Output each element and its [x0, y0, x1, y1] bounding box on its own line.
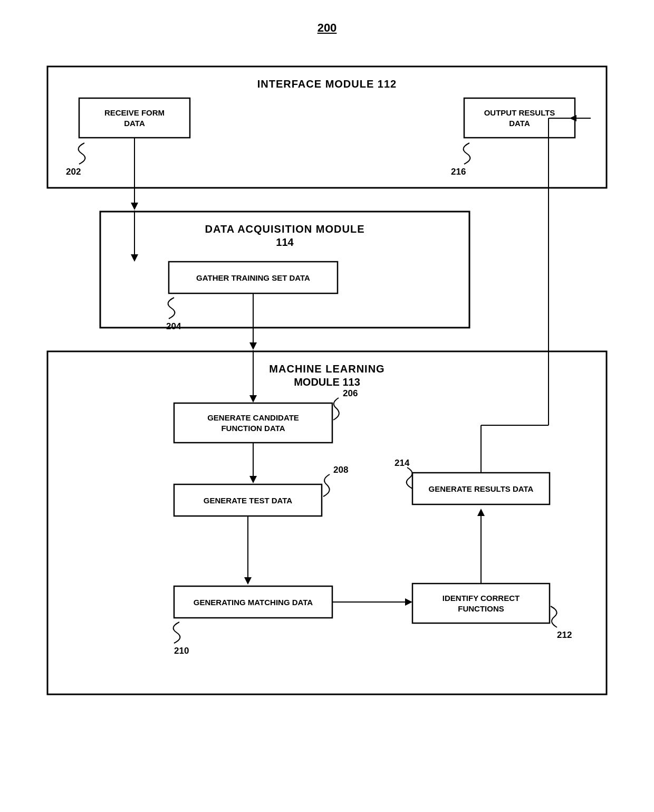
ref-212: 212 — [557, 630, 572, 640]
data-acquisition-title: DATA ACQUISITION MODULE — [205, 223, 365, 235]
receive-form-data-label: RECEIVE FORM — [104, 108, 165, 117]
svg-marker-12 — [249, 342, 257, 350]
ml-module-title2: MODULE 113 — [294, 376, 360, 388]
ml-module-title: MACHINE LEARNING — [269, 363, 384, 375]
output-results-label: OUTPUT RESULTS — [484, 108, 555, 117]
generate-candidate-label2: FUNCTION DATA — [221, 424, 285, 433]
ref-216: 216 — [451, 167, 466, 177]
diagram-svg: INTERFACE MODULE 112 RECEIVE FORM DATA O… — [32, 56, 622, 784]
generating-matching-label: GENERATING MATCHING DATA — [194, 598, 313, 607]
identify-correct-label2: FUNCTIONS — [458, 604, 504, 613]
generate-results-label: GENERATE RESULTS DATA — [429, 484, 534, 493]
gather-training-label: GATHER TRAINING SET DATA — [196, 273, 310, 282]
ref-210: 210 — [174, 646, 189, 656]
ref-208: 208 — [333, 465, 348, 475]
svg-rect-25 — [412, 584, 550, 623]
data-acquisition-title2: 114 — [276, 236, 294, 248]
output-results-label2: DATA — [509, 119, 530, 128]
generate-test-label: GENERATE TEST DATA — [204, 496, 293, 505]
svg-rect-1 — [79, 98, 190, 138]
receive-form-data-label2: DATA — [124, 119, 145, 128]
identify-correct-label: IDENTIFY CORRECT — [443, 594, 520, 603]
ref-202: 202 — [66, 167, 81, 177]
ref-204: 204 — [166, 321, 181, 331]
generate-candidate-label: GENERATE CANDIDATE — [207, 413, 299, 422]
svg-rect-16 — [174, 403, 332, 443]
interface-module-title: INTERFACE MODULE 112 — [257, 78, 397, 90]
ref-214: 214 — [395, 458, 410, 468]
ref-206: 206 — [343, 388, 358, 398]
page-number: 200 — [318, 21, 337, 35]
svg-marker-6 — [131, 203, 138, 210]
